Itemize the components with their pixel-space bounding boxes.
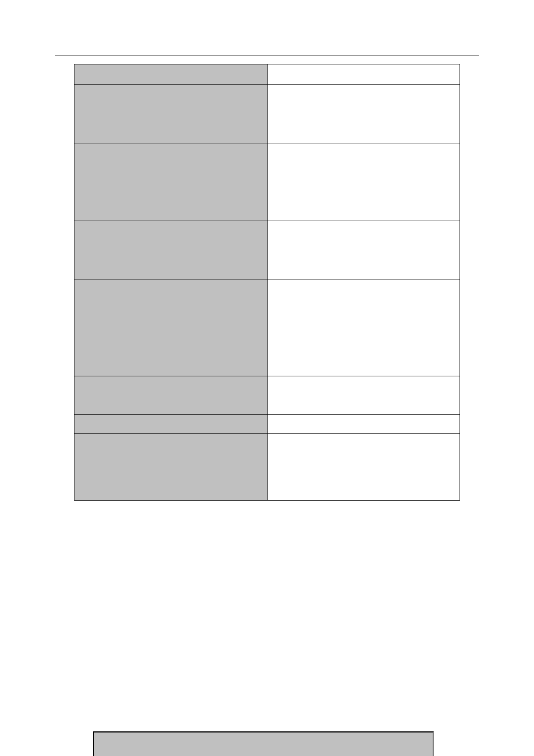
table-row [74, 143, 460, 221]
document-page [0, 0, 534, 756]
table-row [74, 415, 460, 434]
table-row [74, 279, 460, 376]
table-cell-right [267, 279, 460, 376]
table-cell-right [267, 376, 460, 415]
info-box [93, 731, 434, 756]
table-cell-right [267, 415, 460, 434]
table-cell-right [267, 85, 460, 143]
main-table [74, 64, 460, 501]
table-cell-left [74, 143, 268, 221]
table-cell-left [74, 279, 268, 376]
table-cell-left [74, 434, 268, 501]
table-cell-left [74, 64, 268, 85]
table-row [74, 64, 460, 85]
table-cell-left [74, 376, 268, 415]
table-cell-left [74, 415, 268, 434]
table-cell-right [267, 143, 460, 221]
table-row [74, 376, 460, 415]
table-row [74, 434, 460, 501]
table-cell-right [267, 221, 460, 279]
table-cell-right [267, 64, 460, 85]
table-cell-left [74, 221, 268, 279]
header-rule [55, 55, 479, 55]
table-cell-left [74, 85, 268, 143]
table-cell-right [267, 434, 460, 501]
table-row [74, 221, 460, 279]
table-row [74, 85, 460, 143]
